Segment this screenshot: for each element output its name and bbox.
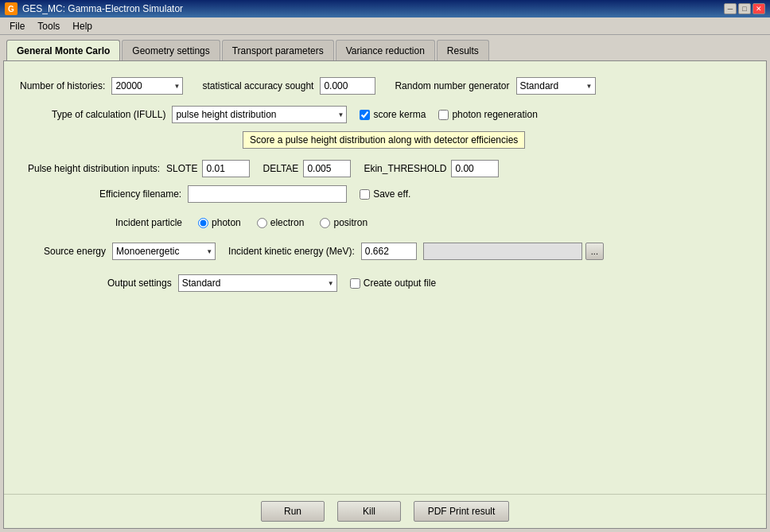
source-type-select-wrapper: Monoenergetic Spectrum (112, 243, 216, 260)
incident-label: Incident particle (115, 217, 182, 228)
positron-label: positron (333, 217, 368, 228)
photon-regen-checkbox-label: photon regeneration (438, 109, 537, 120)
tab-general-monte-carlo[interactable]: General Monte Carlo (6, 40, 120, 60)
output-select-wrapper: Standard (178, 274, 337, 292)
close-button[interactable]: ✕ (752, 3, 765, 14)
rng-select[interactable]: Standard (516, 77, 596, 95)
title-bar: G GES_MC: Gamma-Electron Simulator ─ □ ✕ (0, 0, 770, 17)
tab-results[interactable]: Results (437, 40, 489, 60)
bottom-bar: Run Kill PDF Print result (4, 494, 766, 528)
ekin-label: Ekin_THRESHOLD (364, 163, 446, 174)
main-content: Number of histories: 20000 10000 50000 s… (3, 60, 767, 529)
efficiency-row: Efficiency filename: Save eff. (20, 185, 750, 203)
save-eff-checkbox[interactable] (360, 189, 370, 200)
source-energy-label: Source energy (44, 246, 106, 257)
maximize-button[interactable]: □ (738, 3, 751, 14)
tab-transport-parameters[interactable]: Transport parameters (222, 40, 334, 60)
tab-geometry-settings[interactable]: Geometry settings (122, 40, 220, 60)
tab-variance-reduction[interactable]: Variance reduction (336, 40, 435, 60)
calc-tooltip: Score a pulse height distribution along … (243, 131, 525, 149)
kinetic-energy-label: Incident kinetic energy (MeV): (228, 246, 355, 257)
tabs-bar: General Monte Carlo Geometry settings Tr… (0, 35, 770, 60)
phd-inputs-row: Pulse height distribution inputs: SLOTE … (20, 160, 750, 177)
minimize-button[interactable]: ─ (724, 3, 737, 14)
calc-type-select[interactable]: pulse height distribution (172, 106, 347, 123)
menu-tools[interactable]: Tools (31, 19, 66, 33)
electron-radio-label: electron (257, 217, 305, 228)
accuracy-label: statistical accuracy sought (202, 80, 313, 91)
electron-radio[interactable] (257, 218, 267, 228)
browse-button[interactable]: ... (585, 243, 604, 260)
create-output-checkbox-label: Create output file (350, 278, 436, 289)
kinetic-energy-input[interactable] (361, 243, 417, 260)
menu-help[interactable]: Help (66, 19, 99, 33)
accuracy-input[interactable] (320, 77, 375, 95)
histories-label: Number of histories: (20, 80, 105, 91)
create-output-checkbox[interactable] (350, 278, 360, 289)
rng-label: Random number generator (395, 80, 509, 91)
output-select[interactable]: Standard (178, 274, 337, 292)
ekin-input[interactable] (451, 160, 499, 177)
score-kerma-label: score kerma (373, 109, 426, 120)
spectrum-input[interactable] (423, 243, 582, 260)
phd-label: Pulse height distribution inputs: (28, 163, 160, 174)
photon-regen-checkbox[interactable] (438, 110, 449, 120)
source-energy-row: Source energy Monoenergetic Spectrum Inc… (20, 243, 750, 260)
rng-select-wrapper: Standard (516, 77, 596, 95)
histories-select-wrapper: 20000 10000 50000 (111, 77, 183, 95)
save-eff-label: Save eff. (373, 188, 410, 200)
slote-input[interactable] (202, 160, 250, 177)
deltae-input[interactable] (303, 160, 351, 177)
electron-label: electron (270, 217, 305, 228)
save-eff-checkbox-label: Save eff. (360, 188, 410, 200)
photon-label: photon (212, 217, 241, 228)
score-kerma-checkbox[interactable] (360, 110, 370, 120)
calc-type-label: Type of calculation (IFULL) (52, 109, 165, 120)
menu-file[interactable]: File (3, 19, 31, 33)
histories-select[interactable]: 20000 10000 50000 (111, 77, 183, 95)
histories-row: Number of histories: 20000 10000 50000 s… (20, 77, 750, 95)
positron-radio[interactable] (320, 218, 330, 228)
calc-type-select-wrapper: pulse height distribution (172, 106, 347, 123)
photon-radio-label: photon (198, 217, 241, 228)
calc-type-row: Type of calculation (IFULL) pulse height… (20, 106, 750, 123)
create-output-label: Create output file (364, 278, 436, 289)
tooltip-container: Score a pulse height distribution along … (243, 131, 750, 149)
score-kerma-checkbox-label: score kerma (360, 109, 426, 120)
run-button[interactable]: Run (261, 501, 325, 522)
app-icon: G (5, 2, 18, 15)
photon-radio[interactable] (198, 218, 208, 228)
deltae-label: DELTAE (262, 163, 298, 174)
window-controls: ─ □ ✕ (724, 3, 765, 14)
menu-bar: File Tools Help (0, 17, 770, 35)
slote-label: SLOTE (166, 163, 197, 174)
output-settings-row: Output settings Standard Create output f… (20, 274, 750, 292)
kill-button[interactable]: Kill (337, 501, 401, 522)
pdf-print-button[interactable]: PDF Print result (414, 501, 509, 522)
incident-particle-row: Incident particle photon electron positr… (20, 217, 750, 228)
efficiency-label: Efficiency filename: (99, 188, 181, 200)
window-title: GES_MC: Gamma-Electron Simulator (22, 3, 183, 14)
output-label: Output settings (107, 278, 172, 289)
source-type-select[interactable]: Monoenergetic Spectrum (112, 243, 216, 260)
photon-regen-label: photon regeneration (452, 109, 537, 120)
calc-type-section: Type of calculation (IFULL) pulse height… (20, 106, 750, 149)
efficiency-input[interactable] (188, 185, 347, 203)
positron-radio-label: positron (320, 217, 368, 228)
